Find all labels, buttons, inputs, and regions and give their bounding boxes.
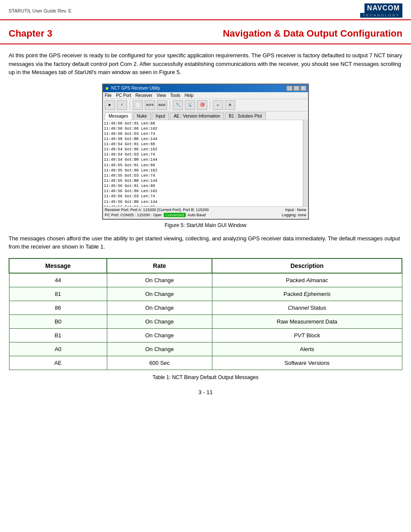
toolbar-btn-target[interactable]: 🎯 — [197, 100, 207, 110]
tab-input[interactable]: Input — [152, 112, 169, 120]
table-row: B1 On Change PVT Block — [9, 328, 402, 342]
log-line: 11:49:56 Got:D3 Len:74 — [104, 194, 302, 199]
gui-toolbar: ▶ ⚡ 📄 NVFR BASE 🔧 📡 🎯 ✏ ⚙ — [103, 99, 308, 112]
msg-81: 81 — [9, 287, 107, 301]
menu-view[interactable]: View — [157, 93, 166, 98]
scrollbar[interactable] — [303, 120, 308, 206]
gui-screenshot-container: ★ NCT GPS Receiver Utility _ □ ✕ File PC… — [9, 84, 402, 220]
menu-file[interactable]: File — [105, 93, 112, 98]
menu-tools[interactable]: Tools — [170, 93, 180, 98]
header-row: Message Rate Description — [9, 258, 402, 273]
log-line: 11:49:50 Got:D3 Len:74 — [104, 131, 302, 137]
log-line: 11:49:56 Got:01 Len:88 — [104, 205, 302, 206]
msg-86: 86 — [9, 301, 107, 314]
auto-baud-label: Auto Baud — [187, 213, 206, 217]
table-body: 44 On Change Packed Almanac 81 On Change… — [9, 273, 402, 370]
logo-bottom: TECHNOLOGY — [360, 13, 402, 18]
menu-receiver[interactable]: Receiver — [135, 93, 152, 98]
minimize-button[interactable]: _ — [286, 86, 293, 91]
log-line: 11:49:55 Got:01 Len:88 — [104, 163, 302, 168]
msg-b1: B1 — [9, 328, 107, 342]
toolbar-btn-config[interactable]: ⚙ — [225, 100, 235, 110]
toolbar-btn-signal[interactable]: 📡 — [185, 100, 195, 110]
tab-messages[interactable]: Messages — [105, 112, 132, 120]
chapter-heading: Chapter 3 Navigation & Data Output Confi… — [0, 20, 411, 44]
toolbar-btn-3[interactable]: 📄 — [133, 100, 143, 110]
status-row-1: Receiver Port: Port A: 115200 (Current P… — [105, 208, 306, 212]
desc-ae: Software Versions — [212, 356, 402, 370]
table-caption: Table 1: NCT Binary Default Output Messa… — [0, 374, 411, 380]
close-button[interactable]: ✕ — [300, 86, 306, 91]
tab-nuke[interactable]: Nuke — [133, 112, 151, 120]
gui-tabs: Messages Nuke Input AE : Version Informa… — [103, 112, 308, 120]
toolbar-btn-2[interactable]: ⚡ — [117, 100, 127, 110]
rate-44: On Change — [107, 273, 212, 287]
desc-44: Packed Almanac — [212, 273, 402, 287]
rate-81: On Change — [107, 287, 212, 301]
log-line: 11:49:55 Got:D3 Len:74 — [104, 173, 302, 178]
toolbar-btn-1[interactable]: ▶ — [105, 100, 115, 110]
gui-titlebar-buttons: _ □ ✕ — [286, 86, 306, 91]
status-row-2: PC Port: COM25 : 115200 : Oper Connected… — [105, 213, 306, 217]
log-line: 11:49:50 Got:B0 Len:144 — [104, 137, 302, 142]
toolbar-btn-antenna[interactable]: 🔧 — [173, 100, 183, 110]
tab-b1-solution[interactable]: B1 : Solution Plot — [225, 112, 266, 120]
rate-b1: On Change — [107, 328, 212, 342]
toolbar-btn-log[interactable]: ✏ — [213, 100, 223, 110]
desc-b0: Raw Measurement Data — [212, 314, 402, 328]
col-header-rate: Rate — [107, 258, 212, 273]
msg-ae: AE — [9, 356, 107, 370]
table-row: 81 On Change Packed Ephemeris — [9, 287, 402, 301]
body-paragraph-2: The messages chosen afford the user the … — [0, 234, 411, 251]
rate-ae: 600 Sec — [107, 356, 212, 370]
table-container: Message Rate Description 44 On Change Pa… — [9, 258, 402, 370]
gui-titlebar: ★ NCT GPS Receiver Utility _ □ ✕ — [103, 84, 308, 92]
chapter-number: Chapter 3 — [9, 28, 52, 39]
gui-statusbar: Receiver Port: Port A: 115200 (Current P… — [103, 206, 308, 219]
col-header-message: Message — [9, 258, 107, 273]
menu-pcport[interactable]: PC Port — [116, 93, 131, 98]
log-line: 11:49:56 Got:86 Len:162 — [104, 189, 302, 194]
desc-a0: Alerts — [212, 342, 402, 356]
pc-port-label: PC Port: COM25 : 115200 : Oper — [105, 213, 162, 217]
messages-table: Message Rate Description 44 On Change Pa… — [9, 258, 402, 370]
body-paragraph-1: At this point the GPS receiver is ready … — [0, 51, 411, 77]
page-number: 3 - 11 — [0, 389, 411, 400]
table-row: B0 On Change Raw Measurement Data — [9, 314, 402, 328]
msg-44: 44 — [9, 273, 107, 287]
toolbar-separator-2 — [170, 101, 170, 109]
log-line: 11:49:54 Got:86 Len:162 — [104, 147, 302, 152]
toolbar-separator-1 — [130, 101, 130, 109]
log-line: 11:49:55 Got:B0 Len:144 — [104, 178, 302, 184]
connected-badge: Connected — [164, 213, 186, 217]
maximize-button[interactable]: □ — [293, 86, 299, 91]
table-row: 86 On Change Channel Status — [9, 301, 402, 314]
rate-a0: On Change — [107, 342, 212, 356]
logo-top: NAVCOM — [364, 3, 402, 13]
gui-window: ★ NCT GPS Receiver Utility _ □ ✕ File PC… — [102, 84, 309, 220]
log-line: 11:49:54 Got:D3 Len:74 — [104, 152, 302, 157]
logging-status: Logging: none — [282, 213, 306, 217]
msg-a0: A0 — [9, 342, 107, 356]
menu-help[interactable]: Help — [184, 93, 193, 98]
rate-b0: On Change — [107, 314, 212, 328]
gui-menubar: File PC Port Receiver View Tools Help — [103, 92, 308, 99]
toolbar-btn-base[interactable]: BASE — [157, 100, 167, 110]
toolbar-btn-nvfr[interactable]: NVFR — [145, 100, 155, 110]
gui-content-area: 11:49:50 Got:01 Len:88 11:49:50 Got:86 L… — [103, 120, 308, 206]
desc-b1: PVT Block — [212, 328, 402, 342]
receiver-port-label: Receiver Port: Port A: 115200 (Current P… — [105, 208, 209, 212]
log-line: 11:49:54 Got:01 Len:88 — [104, 142, 302, 147]
log-line: 11:49:50 Got:86 Len:162 — [104, 126, 302, 131]
table-row: 44 On Change Packed Almanac — [9, 273, 402, 287]
header-title: STARUTIL User Guide Rev. E — [9, 8, 72, 13]
table-row: AE 600 Sec Software Versions — [9, 356, 402, 370]
figure-caption: Figure 5: StarUtil Main GUI Window — [0, 222, 411, 228]
msg-b0: B0 — [9, 314, 107, 328]
tab-ae-version[interactable]: AE : Version Information — [170, 112, 224, 120]
log-line: 11:49:55 Got:86 Len:162 — [104, 168, 302, 173]
toolbar-separator-3 — [210, 101, 210, 109]
page-header: STARUTIL User Guide Rev. E NAVCOM TECHNO… — [0, 0, 411, 20]
desc-86: Channel Status — [212, 301, 402, 314]
table-header: Message Rate Description — [9, 258, 402, 273]
